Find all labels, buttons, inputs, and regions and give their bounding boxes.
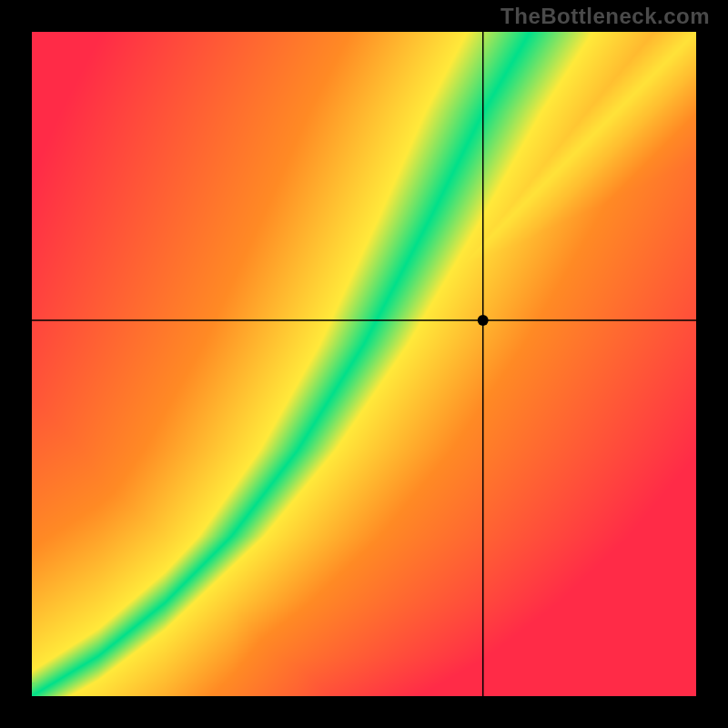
chart-frame: TheBottleneck.com xyxy=(0,0,728,728)
watermark: TheBottleneck.com xyxy=(500,4,710,29)
bottleneck-heatmap xyxy=(32,32,696,696)
